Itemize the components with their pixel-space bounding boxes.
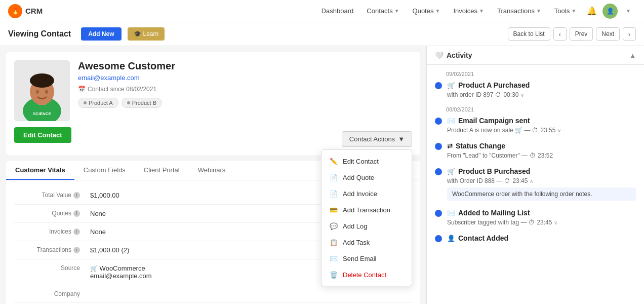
tag-dot xyxy=(127,101,130,104)
dropdown-add-transaction[interactable]: 💳 Add Transaction xyxy=(321,202,412,218)
vitals-label-invoices: Invoices i xyxy=(14,228,90,235)
nav-invoices[interactable]: Invoices ▼ xyxy=(448,4,489,18)
invoice-icon: 📄 xyxy=(330,189,338,198)
calendar-icon: 📅 xyxy=(78,86,86,93)
contact-email[interactable]: email@example.com xyxy=(78,74,412,82)
timeline-sub-1: Product A is now on sale 🛒 — ⏱ 23:55 ∨ xyxy=(447,127,636,134)
tag-product-b[interactable]: Product B xyxy=(122,98,162,108)
tab-custom-fields[interactable]: Custom Fields xyxy=(74,161,135,180)
learn-button[interactable]: 🎓 🎓 Learn Learn xyxy=(128,27,165,41)
left-panel: SCIENCE Awesome Customer email@example.c… xyxy=(0,46,426,304)
vitals-label-source: Source xyxy=(14,264,90,272)
nav-account-chevron[interactable]: ▼ xyxy=(621,5,636,17)
add-new-button[interactable]: Add New xyxy=(81,27,121,41)
logo-icon: 🔥 xyxy=(8,4,22,18)
timeline-dot-3 xyxy=(435,168,442,175)
contact-actions-button[interactable]: Contact Actions ▼ xyxy=(342,131,412,147)
timeline-body-3: 🛒 Product B Purchased with Order ID 888 … xyxy=(447,167,636,201)
main-layout: SCIENCE Awesome Customer email@example.c… xyxy=(0,46,644,304)
edit-contact-button[interactable]: Edit Contact xyxy=(14,127,71,143)
vitals-row-company: Company xyxy=(14,285,412,303)
dropdown-send-email[interactable]: ✉️ Send Email xyxy=(321,250,412,267)
user-avatar[interactable]: 👤 xyxy=(602,4,618,19)
timeline-sub-3: with Order ID 888 — ⏱ 23:45 ∧ xyxy=(447,177,636,184)
task-icon: 📋 xyxy=(330,238,338,246)
timeline-item-4: ✉️ Added to Mailing List Subscriber tagg… xyxy=(435,209,636,226)
subheader-nav-right: Back to List ‹ Prev Next › xyxy=(508,27,636,41)
actions-chevron-icon: ▼ xyxy=(398,135,405,143)
nav-transactions[interactable]: Transactions ▼ xyxy=(492,4,546,18)
contact-card: SCIENCE Awesome Customer email@example.c… xyxy=(6,52,420,155)
clock-icon-4: ⏱ xyxy=(529,219,535,226)
info-icon-invoices[interactable]: i xyxy=(73,229,80,235)
contact-photo: SCIENCE xyxy=(14,60,70,121)
timeline-body-0: 🛒 Product A Purchased with order ID 897 … xyxy=(447,81,636,98)
expand-chevron-0[interactable]: ∨ xyxy=(520,92,524,98)
vitals-label-quotes: Quotes i xyxy=(14,210,90,217)
activity-header: 🤍 Activity ▲ xyxy=(427,46,644,65)
dropdown-add-invoice[interactable]: 📄 Add Invoice xyxy=(321,185,412,202)
dropdown-delete-contact[interactable]: 🗑️ Delete Contact xyxy=(321,267,412,283)
right-panel: 🤍 Activity ▲ 09/02/2021 🛒 Product A Purc… xyxy=(426,46,644,304)
vitals-label-total-value: Total Value i xyxy=(14,192,90,199)
app-logo[interactable]: 🔥 CRM xyxy=(8,4,43,18)
svg-text:SCIENCE: SCIENCE xyxy=(33,111,51,116)
vitals-label-company: Company xyxy=(14,290,90,297)
top-navigation: 🔥 CRM Dashboard Contacts ▼ Quotes ▼ Invo… xyxy=(0,0,644,22)
edit-actions-row: Edit Contact Contact Actions ▼ ✏️ Edit C… xyxy=(14,127,412,147)
learn-icon: 🎓 xyxy=(134,30,141,37)
tab-webinars[interactable]: Webinars xyxy=(189,161,235,180)
expand-chevron-3[interactable]: ∧ xyxy=(530,178,533,184)
invoices-chevron: ▼ xyxy=(479,8,484,14)
tools-chevron: ▼ xyxy=(571,8,576,14)
next-button[interactable]: Next xyxy=(596,27,620,41)
dropdown-add-log[interactable]: 💬 Add Log xyxy=(321,218,412,234)
tag-product-a[interactable]: Product A xyxy=(78,98,118,108)
timeline-title-3: 🛒 Product B Purchased xyxy=(447,167,636,175)
timeline-title-1: ✉️ Email Campaign sent xyxy=(447,117,636,125)
timeline-item-3: 🛒 Product B Purchased with Order ID 888 … xyxy=(435,167,636,201)
info-icon-quotes[interactable]: i xyxy=(73,210,80,217)
timeline-sub-4: Subscriber tagged with tag — ⏱ 23:45 ∨ xyxy=(447,219,636,226)
tab-client-portal[interactable]: Client Portal xyxy=(135,161,189,180)
nav-quotes[interactable]: Quotes ▼ xyxy=(408,4,446,18)
expand-chevron-4[interactable]: ∨ xyxy=(554,220,557,225)
transactions-chevron: ▼ xyxy=(536,8,541,14)
back-to-list-button[interactable]: Back to List xyxy=(508,27,550,41)
contact-name: Awesome Customer xyxy=(78,60,412,72)
prev-button[interactable]: Prev xyxy=(570,27,593,41)
clock-icon-0: ⏱ xyxy=(495,91,501,98)
timeline-body-2: ⇄ Status Change From "Lead" to "Customer… xyxy=(447,142,636,159)
notification-bell[interactable]: 🔔 xyxy=(584,4,599,19)
contact-info: Awesome Customer email@example.com 📅 Con… xyxy=(78,60,412,108)
clock-icon-2: ⏱ xyxy=(530,152,536,159)
log-icon: 💬 xyxy=(330,222,338,230)
timeline-item-5: 👤 Contact Added xyxy=(435,234,636,244)
timeline-title-2: ⇄ Status Change xyxy=(447,142,636,150)
page-title: Viewing Contact xyxy=(8,29,71,39)
contact-top: SCIENCE Awesome Customer email@example.c… xyxy=(14,60,412,121)
expand-chevron-1[interactable]: ∨ xyxy=(557,128,561,133)
purchase-icon-3: 🛒 xyxy=(447,168,455,175)
dropdown-add-task[interactable]: 📋 Add Task xyxy=(321,234,412,250)
next-arrow-button[interactable]: › xyxy=(623,27,636,41)
contact-since: 📅 Contact since 08/02/2021 xyxy=(78,86,412,93)
nav-items: Dashboard Contacts ▼ Quotes ▼ Invoices ▼… xyxy=(316,4,636,19)
activity-collapse-button[interactable]: ▲ xyxy=(629,52,636,59)
contact-added-icon-5: 👤 xyxy=(447,235,455,242)
quote-icon: 📄 xyxy=(330,173,338,181)
timeline-dot-2 xyxy=(435,143,442,150)
info-icon-total-value[interactable]: i xyxy=(73,192,80,199)
nav-dashboard[interactable]: Dashboard xyxy=(316,4,359,18)
contact-actions-dropdown: ✏️ Edit Contact 📄 Add Quote 📄 Add Invoic… xyxy=(321,149,412,286)
dropdown-edit-contact[interactable]: ✏️ Edit Contact xyxy=(321,153,412,169)
transaction-icon: 💳 xyxy=(330,206,338,214)
nav-tools[interactable]: Tools ▼ xyxy=(549,4,581,18)
dropdown-add-quote[interactable]: 📄 Add Quote xyxy=(321,169,412,185)
contact-actions-area: Contact Actions ▼ ✏️ Edit Contact 📄 Add … xyxy=(342,131,412,147)
prev-arrow-button[interactable]: ‹ xyxy=(553,27,567,41)
svg-point-4 xyxy=(30,73,54,88)
info-icon-transactions[interactable]: i xyxy=(73,247,80,253)
tab-customer-vitals[interactable]: Customer Vitals xyxy=(6,161,74,180)
nav-contacts[interactable]: Contacts ▼ xyxy=(361,4,404,18)
